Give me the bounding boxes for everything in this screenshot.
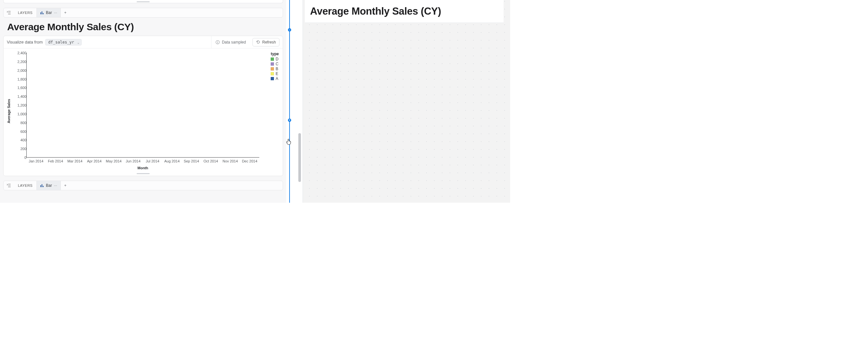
svg-rect-5: [217, 42, 218, 43]
list-collapse-icon: [6, 183, 11, 188]
rail-collapse-button[interactable]: −: [288, 28, 291, 32]
y-tick: 800: [12, 121, 26, 125]
editor-pane: LAYERS Bar ··· + Average Monthly Sales (…: [0, 0, 286, 203]
y-tick: 0: [12, 156, 26, 160]
y-axis-title: Average Sales: [7, 99, 11, 124]
card-footer: [4, 171, 283, 176]
tab-bar-label: Bar: [46, 183, 52, 188]
y-tick: 1,200: [12, 103, 26, 107]
chart-card: Visualize data from df_sales_yr ⌄ Data s…: [3, 36, 283, 176]
refresh-icon: [256, 40, 260, 44]
dataset-select[interactable]: df_sales_yr ⌄: [45, 39, 81, 45]
info-icon: [215, 40, 220, 44]
vertical-rail[interactable]: − +: [288, 0, 291, 203]
svg-rect-2: [43, 13, 43, 14]
tab-bar-top[interactable]: Bar ···: [37, 8, 61, 17]
x-axis-title: Month: [26, 166, 259, 170]
drag-handle-icon[interactable]: [137, 173, 150, 174]
ellipsis-icon[interactable]: ···: [54, 10, 57, 15]
drag-handle-icon[interactable]: [137, 1, 150, 2]
svg-point-4: [217, 41, 218, 42]
scrollbar-thumb[interactable]: [298, 133, 301, 182]
ellipsis-icon[interactable]: ···: [54, 183, 57, 188]
y-tick: 1,400: [12, 95, 26, 98]
y-tick: 1,000: [12, 112, 26, 116]
data-sampled-pill[interactable]: Data sampled: [211, 36, 250, 48]
svg-rect-6: [40, 185, 41, 187]
layer-bar-top: LAYERS Bar ··· +: [3, 8, 283, 18]
chart-title: Average Monthly Sales (CY): [7, 22, 283, 33]
chart-plot: [26, 53, 259, 158]
tab-layers-bottom[interactable]: LAYERS: [14, 181, 37, 190]
svg-rect-8: [43, 186, 43, 187]
chevron-down-icon: ⌄: [78, 40, 80, 44]
data-sampled-label: Data sampled: [222, 40, 246, 44]
y-tick: 200: [12, 147, 26, 151]
y-tick: 2,000: [12, 69, 26, 72]
bar-chart-icon: [40, 183, 44, 187]
y-tick: 2,200: [12, 60, 26, 64]
svg-rect-0: [40, 12, 41, 14]
collapse-layers-button[interactable]: [4, 10, 14, 15]
y-tick: 600: [12, 130, 26, 134]
refresh-button[interactable]: Refresh: [252, 38, 279, 46]
preview-pane: Average Monthly Sales (CY): [303, 0, 510, 203]
tab-bar-label: Bar: [46, 10, 52, 15]
svg-rect-7: [42, 184, 42, 187]
cursor-hand-icon: [285, 138, 293, 145]
tab-layers-top[interactable]: LAYERS: [14, 8, 37, 17]
rail-insert-button[interactable]: +: [288, 118, 291, 122]
y-tick: 2,400: [12, 51, 26, 55]
visualize-label: Visualize data from: [7, 40, 42, 44]
y-axis: 2,4002,2002,0001,8001,6001,4001,2001,000…: [12, 53, 26, 158]
y-tick: 1,600: [12, 86, 26, 90]
bar-chart-icon: [40, 11, 44, 14]
preview-title: Average Monthly Sales (CY): [310, 5, 441, 17]
y-tick: 1,800: [12, 77, 26, 81]
preview-header: Average Monthly Sales (CY): [305, 0, 504, 23]
list-collapse-icon: [6, 10, 11, 15]
card-header: Visualize data from df_sales_yr ⌄ Data s…: [4, 36, 283, 48]
refresh-label: Refresh: [262, 40, 276, 44]
tab-bar-bottom[interactable]: Bar ···: [37, 181, 61, 190]
layer-bar-bottom: LAYERS Bar ··· +: [3, 181, 283, 191]
svg-rect-1: [42, 11, 42, 14]
collapse-layers-button[interactable]: [4, 183, 14, 188]
cell-above-footer: [3, 0, 283, 3]
scrollbar[interactable]: [298, 0, 301, 203]
plot-area: Average Sales 2,4002,2002,0001,8001,6001…: [7, 53, 279, 169]
dataset-name: df_sales_yr: [48, 40, 74, 44]
chart-body: type DCBEA Average Sales 2,4002,2002,000…: [4, 48, 283, 171]
add-layer-button-bottom[interactable]: +: [61, 183, 70, 188]
add-layer-button-top[interactable]: +: [61, 10, 70, 15]
y-tick: 400: [12, 138, 26, 142]
